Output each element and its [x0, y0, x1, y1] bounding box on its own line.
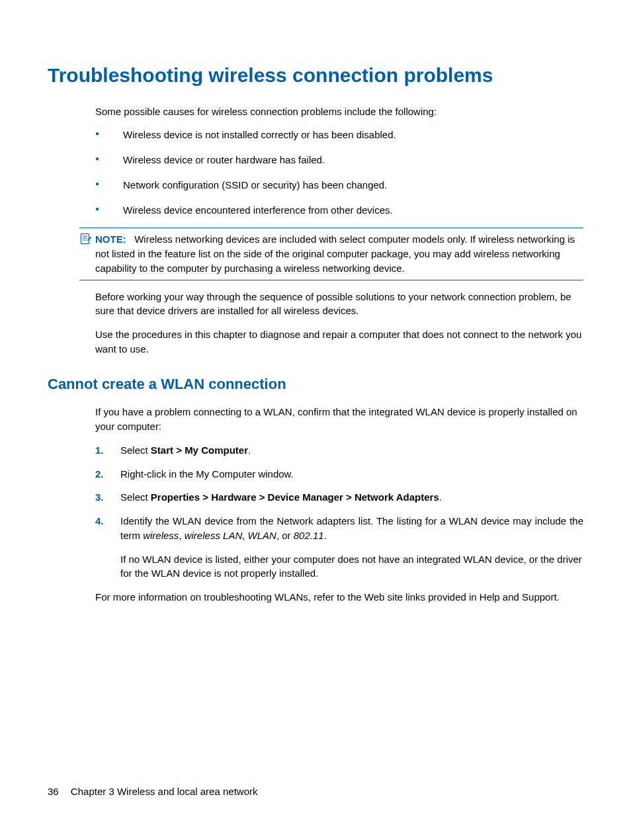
- step-item: Identify the WLAN device from the Networ…: [95, 514, 583, 581]
- step-text: Select: [120, 491, 151, 503]
- step-text: ,: [179, 530, 184, 541]
- step-bold: Start > My Computer: [151, 444, 248, 456]
- note-label: NOTE:: [95, 233, 126, 245]
- paragraph: Use the procedures in this chapter to di…: [95, 327, 583, 357]
- step-italic: 802.11: [294, 530, 324, 541]
- heading-2: Cannot create a WLAN connection: [48, 374, 583, 395]
- step-italic: wireless LAN: [185, 530, 243, 541]
- step-bold: Properties > Hardware > Device Manager >…: [151, 491, 439, 503]
- note-text: Wireless networking devices are included…: [95, 233, 575, 274]
- step-item: Right-click in the My Computer window.: [95, 467, 583, 482]
- chapter-label: Chapter 3 Wireless and local area networ…: [71, 786, 258, 797]
- list-item: Wireless device is not installed correct…: [95, 128, 583, 142]
- svg-rect-0: [81, 234, 89, 244]
- section-intro: If you have a problem connecting to a WL…: [95, 405, 583, 434]
- page-number: 36: [48, 786, 59, 797]
- steps-list: Select Start > My Computer. Right-click …: [95, 443, 583, 581]
- step-text: , or: [276, 530, 294, 541]
- page-footer: 36 Chapter 3 Wireless and local area net…: [48, 784, 258, 799]
- causes-list: Wireless device is not installed correct…: [95, 128, 583, 217]
- step-text: Select: [120, 444, 151, 456]
- closing-paragraph: For more information on troubleshooting …: [95, 590, 583, 605]
- list-item: Wireless device encountered interference…: [95, 203, 583, 218]
- step-text: ,: [242, 530, 247, 541]
- page-content: Troubleshooting wireless connection prob…: [0, 0, 631, 605]
- list-item: Network configuration (SSID or security)…: [95, 178, 583, 192]
- list-item: Wireless device or router hardware has f…: [95, 153, 583, 167]
- step-item: Select Start > My Computer.: [95, 443, 583, 458]
- step-text: .: [439, 491, 442, 503]
- note-box: NOTE: Wireless networking devices are in…: [79, 228, 583, 280]
- intro-paragraph: Some possible causes for wireless connec…: [95, 105, 583, 119]
- step-italic: wireless: [143, 530, 179, 541]
- step-sub-paragraph: If no WLAN device is listed, either your…: [120, 552, 583, 581]
- heading-1: Troubleshooting wireless connection prob…: [48, 61, 583, 90]
- paragraph: Before working your way through the sequ…: [95, 290, 583, 319]
- step-text: .: [324, 530, 327, 541]
- step-text: .: [248, 444, 251, 456]
- step-italic: WLAN: [248, 530, 276, 541]
- step-item: Select Properties > Hardware > Device Ma…: [95, 490, 583, 505]
- note-icon: [79, 233, 91, 245]
